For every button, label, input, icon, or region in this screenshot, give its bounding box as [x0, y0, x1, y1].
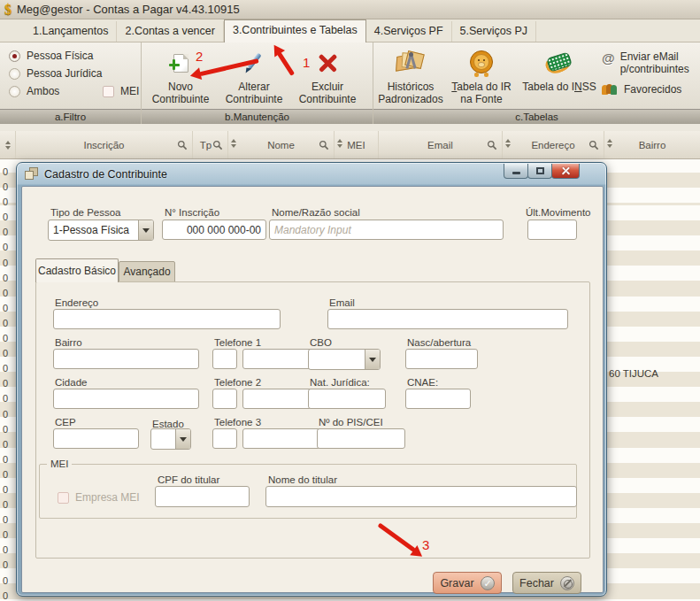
radio-selected-icon	[9, 50, 20, 62]
pis-cei-input[interactable]	[317, 428, 405, 449]
cancel-circle-icon	[560, 576, 574, 590]
telefone2-ddd-input[interactable]	[212, 389, 237, 409]
sort-icon[interactable]	[337, 139, 342, 148]
tab-cadastro-basico[interactable]: Cadastro Básico	[35, 258, 119, 282]
annotation-number-1: 1	[303, 55, 310, 70]
nome-razao-input[interactable]	[269, 220, 504, 240]
dialog-window-buttons	[504, 164, 580, 179]
dropdown-button[interactable]	[138, 220, 153, 240]
tabela-ir-button[interactable]: Tabela do IR na Fonte	[444, 48, 519, 105]
annotation-number-2: 2	[196, 49, 203, 64]
search-icon[interactable]	[588, 140, 599, 150]
search-icon[interactable]	[177, 140, 188, 150]
novo-contribuinte-button[interactable]: Novo Contribuinte	[143, 48, 218, 105]
radio-icon	[9, 86, 20, 97]
tab-lancamentos[interactable]: 1.Lançamentos	[25, 21, 117, 42]
sort-icon[interactable]	[5, 141, 11, 150]
historicos-label-line1: Históricos	[388, 81, 435, 93]
tab-servicos-pf[interactable]: 4.Serviços PF	[366, 21, 452, 42]
tab-contribuintes-e-tabelas[interactable]: 3.Contribuintes e Tabelas	[224, 19, 366, 42]
dropdown-button[interactable]	[365, 350, 380, 369]
cep-input[interactable]	[53, 428, 139, 449]
cbo-dropdown[interactable]	[308, 349, 381, 370]
email-label-line2: p/contribuintes	[620, 63, 689, 75]
radio-pessoa-juridica[interactable]: Pessoa Jurídica	[9, 67, 102, 80]
telefone3-numero-input[interactable]	[242, 428, 324, 449]
column-label: Endereço	[531, 140, 574, 150]
gravar-button[interactable]: Gravar	[433, 572, 502, 594]
dropdown-button[interactable]	[175, 429, 190, 449]
radio-ambos[interactable]: Ambos	[9, 85, 59, 97]
box-icon	[25, 167, 39, 181]
telefone1-ddd-input[interactable]	[212, 349, 237, 369]
main-tabbar: 1.Lançamentos 2.Contas a vencer 3.Contri…	[0, 19, 700, 42]
alterar-label-line1: Alterar	[238, 81, 269, 93]
sort-icon[interactable]	[607, 139, 612, 148]
search-icon[interactable]	[212, 140, 223, 150]
tab-contas-a-vencer[interactable]: 2.Contas a vencer	[117, 21, 223, 42]
radio-pessoa-fisica[interactable]: Pessoa Física	[9, 50, 93, 62]
column-label: Nome	[267, 140, 295, 150]
tab-servicos-pj[interactable]: 5.Serviços PJ	[452, 21, 536, 42]
sort-icon[interactable]	[231, 139, 236, 148]
inscricao-input[interactable]	[162, 220, 266, 240]
maximize-button[interactable]	[527, 164, 552, 179]
radio-pessoa-juridica-label: Pessoa Jurídica	[27, 67, 102, 80]
cpf-titular-input[interactable]	[155, 486, 250, 507]
cadastro-contribuinte-dialog: Cadastro de Contribuinte Tipo de Pessoa …	[16, 162, 607, 597]
telefone3-label: Telefone 3	[214, 417, 261, 428]
favorecidos-button[interactable]: Favorecidos	[602, 83, 681, 96]
ult-movimento-input[interactable]	[527, 220, 577, 240]
email-input[interactable]	[327, 309, 568, 329]
nat-juridica-input[interactable]	[308, 389, 386, 409]
chevron-down-icon	[142, 228, 150, 233]
fechar-button[interactable]: Fechar	[512, 572, 581, 594]
mei-group: MEI Empresa MEI CPF do titular Nome do t…	[39, 464, 577, 519]
endereco-input[interactable]	[53, 309, 281, 329]
tabela-inss-button[interactable]: Tabela do INSS	[519, 48, 600, 93]
nasc-abertura-input[interactable]	[405, 349, 478, 369]
endereco-label: Endereço	[55, 297, 98, 308]
radio-icon	[9, 68, 20, 80]
empresa-mei-checkbox[interactable]: Empresa MEI	[58, 491, 140, 504]
dialog-titlebar: Cadastro de Contribuinte	[25, 167, 167, 181]
minimize-button[interactable]	[504, 164, 528, 179]
nome-razao-label: Nome/Razão social	[272, 207, 360, 218]
tab-avancado[interactable]: Avançado	[119, 261, 175, 282]
column-header-tp[interactable]: Tp	[193, 131, 228, 158]
window-title: Meg@gestor - Contas a Pagar v4.43.10915	[17, 3, 240, 16]
inscricao-label: N° Inscrição	[165, 207, 219, 218]
search-icon[interactable]	[487, 140, 497, 150]
tipo-pessoa-dropdown[interactable]: 1-Pessoa Física	[48, 220, 154, 241]
checkbox-mei-filter[interactable]: MEI	[103, 85, 139, 97]
chevron-down-icon	[369, 358, 376, 362]
column-header-bairro[interactable]: Bairro	[604, 131, 700, 158]
historicos-padronizados-button[interactable]: Históricos Padronizados	[373, 48, 448, 105]
maximize-icon	[536, 167, 544, 174]
search-icon[interactable]	[319, 140, 329, 150]
estado-dropdown[interactable]	[150, 428, 191, 450]
sort-icon[interactable]	[505, 139, 511, 148]
close-button[interactable]	[551, 164, 580, 179]
index-column-header[interactable]	[0, 131, 16, 158]
cnae-input[interactable]	[405, 389, 471, 409]
enviar-email-button[interactable]: @ Enviar eMail p/contribuintes	[602, 50, 689, 75]
mei-group-legend: MEI	[47, 458, 72, 469]
nome-titular-input[interactable]	[265, 486, 577, 507]
inss-logo-icon	[543, 50, 575, 76]
column-header-email[interactable]: Email	[379, 131, 503, 158]
nasc-abertura-label: Nasc/abertura	[407, 337, 471, 348]
column-header-nome[interactable]: Nome	[228, 131, 335, 158]
excluir-contribuinte-button[interactable]: Excluir Contribuinte	[290, 48, 365, 105]
email-label-line1: Enviar eMail	[620, 50, 679, 63]
telefone3-ddd-input[interactable]	[212, 428, 237, 449]
cidade-input[interactable]	[53, 389, 199, 409]
gravar-label: Gravar	[440, 577, 473, 589]
column-header-inscricao[interactable]: Inscrição	[16, 131, 193, 158]
column-header-endereco[interactable]: Endereço	[503, 131, 604, 158]
novo-label-line2: Contribuinte	[152, 93, 210, 105]
table-cell-fragment-tijuca: 60 TIJUCA	[609, 368, 658, 379]
column-header-mei[interactable]: MEI	[335, 131, 379, 158]
cbo-label: CBO	[310, 337, 332, 348]
bairro-input[interactable]	[53, 349, 199, 369]
